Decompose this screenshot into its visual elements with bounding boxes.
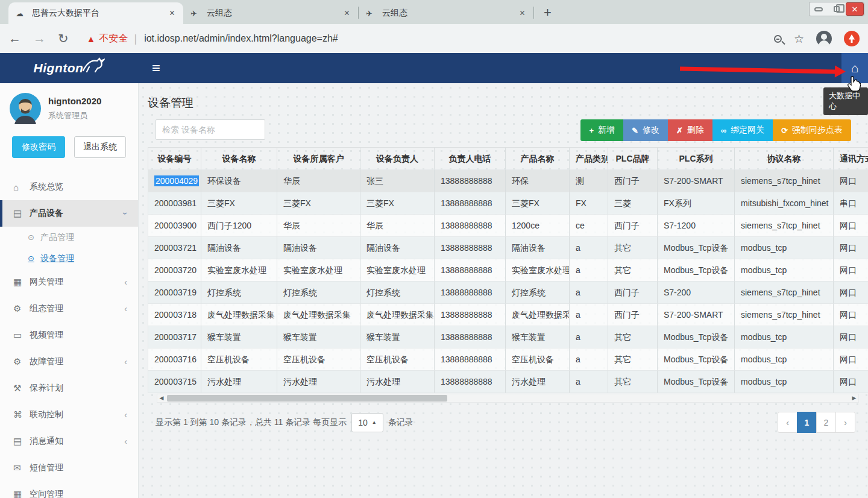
sidebar-subitem-产品管理[interactable]: ⊙产品管理 [0, 227, 138, 248]
table-cell: 三菱FX [360, 192, 435, 215]
table-cell: Modbus_Tcp设备 [658, 237, 735, 259]
table-row[interactable]: 200003716空压机设备空压机设备空压机设备13888888888空压机设备… [148, 348, 868, 371]
table-row[interactable]: 200003715污水处理污水处理污水处理13888888888污水处理a其它M… [148, 371, 868, 393]
table-cell: 13888888888 [435, 326, 506, 348]
table-row[interactable]: 200003981三菱FX三菱FX三菱FX13888888888三菱FXFX三菱… [148, 192, 868, 215]
scrollbar-thumb[interactable] [167, 395, 447, 402]
sidebar-item-网关管理[interactable]: ▦网关管理‹ [0, 269, 138, 295]
caret-up-icon: ▲ [372, 420, 377, 425]
sidebar-item-联动控制[interactable]: ⌘联动控制‹ [0, 402, 138, 428]
scroll-left-arrow-icon[interactable]: ◀ [157, 394, 166, 403]
sidebar-item-视频管理[interactable]: ▭视频管理 [0, 322, 138, 348]
user-avatar[interactable] [10, 93, 41, 124]
tab-close-icon[interactable]: × [342, 8, 352, 19]
sidebar-toggle-icon[interactable]: ≡ [152, 60, 160, 77]
back-button[interactable]: ← [8, 31, 21, 46]
column-header: 产品名称 [506, 148, 570, 170]
table-cell: 污水处理 [360, 371, 435, 393]
new-tab-button[interactable]: + [544, 5, 552, 20]
space-icon: ▦ [13, 489, 30, 498]
forward-button[interactable]: → [33, 31, 46, 46]
config-gears-icon: ⚙ [13, 303, 30, 314]
address-bar[interactable]: iot.idosp.net/admin/index.html?language=… [144, 33, 774, 44]
action-button-删除[interactable]: ✗删除 [668, 119, 712, 141]
action-button-修改[interactable]: ✎修改 [623, 119, 668, 141]
table-cell: Modbus_Tcp设备 [658, 326, 735, 348]
reload-button[interactable]: ↻ [58, 31, 69, 46]
table-cell: Modbus_Tcp设备 [658, 259, 735, 282]
close-window-button[interactable]: ✕ [846, 2, 864, 16]
page-button-1[interactable]: 1 [797, 412, 817, 433]
tab-close-icon[interactable]: × [517, 8, 527, 19]
sidebar-item-label: 组态管理 [30, 303, 63, 314]
search-input[interactable] [156, 119, 265, 140]
table-cell: 隔油设备 [201, 237, 277, 259]
prev-page-button[interactable]: ‹ [778, 412, 797, 433]
sidebar-item-label: 产品设备 [30, 208, 63, 219]
sidebar-item-组态管理[interactable]: ⚙组态管理‹ [0, 295, 138, 322]
table-cell: 张三 [360, 170, 435, 192]
page-button-2[interactable]: 2 [816, 412, 836, 433]
action-label: 绑定网关 [731, 125, 764, 136]
horizontal-scrollbar[interactable]: ◀ ▶ [157, 394, 859, 403]
tab-close-icon[interactable]: × [167, 8, 177, 19]
action-button-新增[interactable]: +新增 [580, 119, 623, 141]
table-cell: Modbus_Tcp设备 [658, 348, 735, 371]
sidebar-item-消息通知[interactable]: ▤消息通知‹ [0, 428, 138, 455]
page-size-select[interactable]: 10 ▲ [351, 413, 383, 432]
browser-menu-icon[interactable] [844, 31, 860, 46]
table-cell: 网口 [834, 304, 868, 326]
scroll-right-arrow-icon[interactable]: ▶ [850, 394, 858, 403]
browser-tab[interactable]: ☁思普云大数据平台× [8, 2, 183, 24]
zoom-out-icon[interactable] [774, 35, 782, 43]
user-panel: hignton2020 系统管理员 [0, 83, 138, 124]
next-page-button[interactable]: › [835, 412, 855, 433]
table-cell: 13888888888 [435, 170, 506, 192]
table-row[interactable]: 200003720实验室废水处理实验室废水处理实验室废水处理1388888888… [148, 259, 868, 282]
sidebar-item-空间管理[interactable]: ▦空间管理 [0, 481, 138, 498]
scrollbar-track[interactable] [166, 394, 850, 402]
table-row[interactable]: 200003719灯控系统灯控系统灯控系统13888888888灯控系统a西门子… [148, 282, 868, 304]
browser-profile-avatar[interactable] [816, 31, 832, 46]
table-cell: 其它 [608, 259, 658, 282]
table-cell: 废气处理数据采集 [201, 304, 277, 326]
sidebar-item-label: 保养计划 [30, 383, 63, 394]
table-cell: 隔油设备 [360, 237, 435, 259]
page-buttons: ‹12› [778, 412, 855, 433]
table-row[interactable]: 200004029环保设备华辰张三13888888888环保测西门子S7-200… [148, 170, 868, 192]
table-row[interactable]: 200003721隔油设备隔油设备隔油设备13888888888隔油设备a其它M… [148, 237, 868, 259]
sidebar-item-故障管理[interactable]: ⚙故障管理‹ [0, 348, 138, 375]
subitem-label: 产品管理 [40, 232, 74, 243]
table-cell: 200003719 [148, 282, 201, 304]
sidebar-subitem-设备管理[interactable]: ⊙设备管理 [0, 248, 138, 269]
logout-button[interactable]: 退出系统 [74, 136, 126, 158]
table-toolbar: +新增✎修改✗删除∞绑定网关⟳强制同步点表 [156, 119, 851, 141]
chevron-down-icon: › [121, 212, 131, 215]
bookmark-star-icon[interactable]: ☆ [794, 32, 804, 46]
minimize-button[interactable] [810, 2, 828, 16]
change-password-button[interactable]: 修改密码 [12, 136, 65, 158]
sidebar-item-保养计划[interactable]: ⚒保养计划 [0, 375, 138, 402]
table-row[interactable]: 200003718废气处理数据采集废气处理数据采集废气处理数据采集1388888… [148, 304, 868, 326]
table-row[interactable]: 200003900西门子1200华辰华辰138888888881200cece西… [148, 215, 868, 237]
table-cell: 网口 [834, 348, 868, 371]
sidebar-item-系统总览[interactable]: ⌂系统总览 [0, 174, 138, 200]
table-cell: 200003718 [148, 304, 201, 326]
chevron-left-icon: ‹ [124, 277, 127, 287]
rocket-favicon: ✈ [190, 9, 201, 18]
column-header: 设备名称 [201, 148, 277, 170]
table-row[interactable]: 200003717猴车装置猴车装置猴车装置13888888888猴车装置a其它M… [148, 326, 868, 348]
action-button-绑定网关[interactable]: ∞绑定网关 [712, 119, 773, 141]
sidebar-item-短信管理[interactable]: ✉短信管理 [0, 455, 138, 481]
table-cell: 网口 [834, 259, 868, 282]
tab-title: 云组态 [382, 8, 517, 19]
browser-tab[interactable]: ✈云组态× [359, 2, 533, 24]
browser-tab[interactable]: ✈云组态× [183, 2, 358, 24]
sidebar-item-产品设备[interactable]: ▤产品设备› [0, 200, 138, 227]
restore-button[interactable] [828, 2, 846, 16]
x-icon: ✗ [676, 126, 683, 135]
action-button-强制同步点表[interactable]: ⟳强制同步点表 [773, 119, 851, 141]
table-cell: 废气处理数据采集 [277, 304, 360, 326]
table-cell: 空压机设备 [506, 348, 570, 371]
security-warning-icon[interactable]: ▲ [87, 34, 96, 44]
